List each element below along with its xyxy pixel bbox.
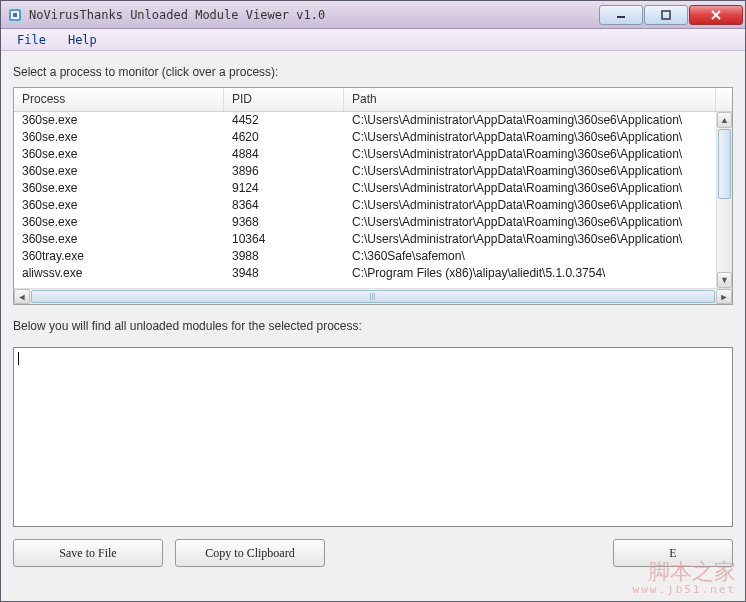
window-title: NoVirusThanks Unloaded Module Viewer v1.… [29,8,598,22]
close-button[interactable] [689,5,743,25]
cell-process: 360se.exe [14,112,224,129]
scroll-left-icon[interactable]: ◄ [14,289,30,304]
maximize-button[interactable] [644,5,688,25]
cell-process: 360se.exe [14,180,224,197]
cell-pid: 3896 [224,163,344,180]
table-row[interactable]: 360se.exe9368C:\Users\Administrator\AppD… [14,214,716,231]
app-icon [7,7,23,23]
menubar: File Help [1,29,745,51]
cell-path: C:\Users\Administrator\AppData\Roaming\3… [344,231,716,248]
menu-help[interactable]: Help [58,31,107,49]
cell-pid: 4884 [224,146,344,163]
app-window: NoVirusThanks Unloaded Module Viewer v1.… [0,0,746,602]
cell-pid: 3988 [224,248,344,265]
content-area: Select a process to monitor (click over … [1,51,745,601]
table-row[interactable]: aliwssv.exe3948C:\Program Files (x86)\al… [14,265,716,282]
cell-pid: 9368 [224,214,344,231]
cell-process: 360se.exe [14,214,224,231]
copy-to-clipboard-button[interactable]: Copy to Clipboard [175,539,325,567]
table-row[interactable]: 360se.exe9124C:\Users\Administrator\AppD… [14,180,716,197]
cell-path: C:\Users\Administrator\AppData\Roaming\3… [344,214,716,231]
table-row[interactable]: 360se.exe10364C:\Users\Administrator\App… [14,231,716,248]
cell-path: C:\Users\Administrator\AppData\Roaming\3… [344,129,716,146]
button-row: Save to File Copy to Clipboard E [13,539,733,567]
col-header-pid[interactable]: PID [224,88,344,111]
svg-rect-4 [662,11,670,19]
cell-pid: 4620 [224,129,344,146]
table-row[interactable]: 360se.exe4884C:\Users\Administrator\AppD… [14,146,716,163]
cell-path: C:\360Safe\safemon\ [344,248,716,265]
text-cursor [18,352,19,365]
cell-path: C:\Users\Administrator\AppData\Roaming\3… [344,146,716,163]
cell-process: 360se.exe [14,163,224,180]
cell-process: 360se.exe [14,146,224,163]
third-button[interactable]: E [613,539,733,567]
col-header-process[interactable]: Process [14,88,224,111]
hscroll-thumb[interactable] [31,290,715,303]
cell-pid: 8364 [224,197,344,214]
select-process-label: Select a process to monitor (click over … [13,65,733,79]
scroll-right-icon[interactable]: ► [716,289,732,304]
minimize-button[interactable] [599,5,643,25]
col-header-path[interactable]: Path [344,88,716,111]
table-body: 360se.exe4452C:\Users\Administrator\AppD… [14,112,732,288]
cell-path: C:\Program Files (x86)\alipay\aliedit\5.… [344,265,716,282]
scroll-thumb[interactable] [718,129,731,199]
cell-path: C:\Users\Administrator\AppData\Roaming\3… [344,163,716,180]
modules-label: Below you will find all unloaded modules… [13,319,733,333]
cell-process: 360se.exe [14,231,224,248]
table-row[interactable]: 360se.exe4452C:\Users\Administrator\AppD… [14,112,716,129]
cell-path: C:\Users\Administrator\AppData\Roaming\3… [344,112,716,129]
save-to-file-button[interactable]: Save to File [13,539,163,567]
scroll-up-icon[interactable]: ▲ [717,112,732,128]
cell-process: 360se.exe [14,197,224,214]
modules-output[interactable] [13,347,733,527]
table-row[interactable]: 360se.exe8364C:\Users\Administrator\AppD… [14,197,716,214]
titlebar[interactable]: NoVirusThanks Unloaded Module Viewer v1.… [1,1,745,29]
table-row[interactable]: 360se.exe4620C:\Users\Administrator\AppD… [14,129,716,146]
cell-path: C:\Users\Administrator\AppData\Roaming\3… [344,197,716,214]
cell-path: C:\Users\Administrator\AppData\Roaming\3… [344,180,716,197]
menu-file[interactable]: File [7,31,56,49]
scroll-down-icon[interactable]: ▼ [717,272,732,288]
cell-pid: 10364 [224,231,344,248]
table-header: Process PID Path [14,88,732,112]
table-row[interactable]: 360tray.exe3988C:\360Safe\safemon\ [14,248,716,265]
window-controls [598,5,743,25]
table-row[interactable]: 360se.exe3896C:\Users\Administrator\AppD… [14,163,716,180]
svg-rect-3 [617,16,625,18]
cell-pid: 4452 [224,112,344,129]
cell-process: 360tray.exe [14,248,224,265]
cell-process: 360se.exe [14,129,224,146]
cell-pid: 3948 [224,265,344,282]
horizontal-scrollbar[interactable]: ◄ ► [14,288,732,304]
svg-rect-2 [13,13,17,17]
process-table: Process PID Path 360se.exe4452C:\Users\A… [13,87,733,305]
vertical-scrollbar[interactable]: ▲ ▼ [716,112,732,288]
cell-process: aliwssv.exe [14,265,224,282]
cell-pid: 9124 [224,180,344,197]
